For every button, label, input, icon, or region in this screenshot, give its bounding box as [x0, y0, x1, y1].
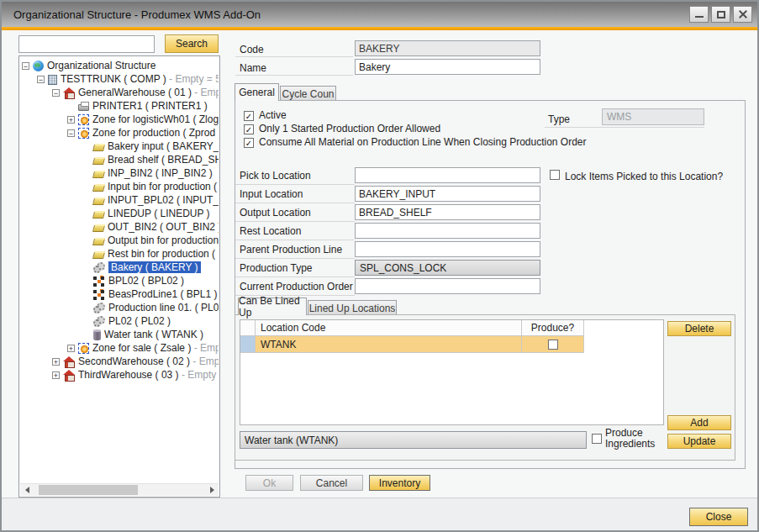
- expander-icon[interactable]: −: [22, 62, 29, 70]
- rest-location-field[interactable]: [355, 223, 540, 239]
- output-location-field[interactable]: [355, 204, 540, 220]
- expander-icon[interactable]: +: [52, 371, 60, 379]
- expander-spacer: [82, 318, 90, 325]
- location-code-cell[interactable]: WTANK: [256, 336, 522, 353]
- lock-items-label: Lock Items Picked to this Location?: [565, 171, 723, 182]
- tree-item[interactable]: +SecondWarehouse ( 02 ) - Empty: [20, 355, 219, 368]
- scroll-left-arrow-icon[interactable]: [20, 484, 34, 496]
- inventory-button[interactable]: Inventory: [369, 475, 430, 491]
- tree-item[interactable]: +ThirdWarehouse ( 03 ) - Empty = 5: [20, 368, 219, 382]
- tree-item[interactable]: Bakery input ( BAKERY_IN: [20, 140, 219, 153]
- tree-item[interactable]: Bread shelf ( BREAD_SHE: [20, 153, 219, 166]
- tree-item[interactable]: +Zone for logisticWh01 ( Zlogist: [20, 113, 219, 126]
- tree-item[interactable]: Output bin for production (: [20, 234, 219, 247]
- divider: [235, 258, 355, 259]
- zone-icon: [78, 114, 89, 125]
- tree-item[interactable]: INPUT_BPL02 ( INPUT_B: [20, 193, 219, 207]
- row-selector-cell[interactable]: [240, 336, 256, 353]
- ok-button[interactable]: Ok: [245, 475, 293, 491]
- tab-can-be-lined-up[interactable]: Can Be Lined Up: [238, 298, 307, 315]
- scroll-right-arrow-icon[interactable]: [205, 484, 219, 496]
- expander-icon[interactable]: −: [52, 89, 60, 97]
- tab-general[interactable]: General: [235, 83, 279, 101]
- production-type-combo[interactable]: SPL_CONS_LOCK: [355, 260, 540, 276]
- tree-item[interactable]: −Zone for production ( Zprod ): [20, 126, 219, 140]
- tree-items: −Organizational Structure−TESTTRUNK ( CO…: [20, 59, 219, 482]
- tab-lined-up-locations[interactable]: Lined Up Locations: [308, 300, 397, 315]
- expander-spacer: [82, 331, 90, 339]
- bin-icon: [92, 239, 105, 245]
- checkbox[interactable]: [244, 124, 254, 134]
- minimize-button[interactable]: [689, 6, 709, 23]
- window-title: Organizational Structure - Produmex WMS …: [13, 8, 261, 21]
- minimize-icon: [695, 16, 704, 18]
- tree-item[interactable]: Rest bin for production ( R: [20, 247, 219, 261]
- input-location-field[interactable]: [355, 186, 540, 202]
- tree-item[interactable]: PRINTER1 ( PRINTER1 ): [20, 99, 219, 113]
- scrollbar-thumb[interactable]: [39, 485, 138, 495]
- tree-item[interactable]: PL02 ( PL02 ): [20, 314, 219, 328]
- tree-item[interactable]: Input bin for production ( IN: [20, 180, 219, 193]
- tree-item-suffix: - Empty: [191, 342, 219, 354]
- tree-horizontal-scrollbar[interactable]: [20, 483, 219, 496]
- tank-icon: [93, 330, 101, 340]
- close-button[interactable]: Close: [689, 508, 748, 526]
- close-window-button[interactable]: [733, 6, 752, 23]
- tab-cycle-count[interactable]: Cycle Coun: [280, 86, 336, 101]
- produce-checkbox[interactable]: [548, 340, 558, 350]
- grid-column-header: Location Code: [256, 320, 522, 336]
- tree-item[interactable]: −Organizational Structure: [20, 59, 219, 72]
- table-row[interactable]: WTANK: [240, 336, 663, 353]
- printer-icon: [78, 104, 89, 111]
- bin-icon: [92, 225, 105, 232]
- tree-item[interactable]: BeasProdLine1 ( BPL1 ): [20, 287, 219, 301]
- maximize-button[interactable]: [711, 6, 730, 23]
- tree-item[interactable]: +Zone for sale ( Zsale ) - Empty: [20, 341, 219, 355]
- divider: [545, 127, 704, 128]
- expander-icon[interactable]: +: [67, 116, 75, 124]
- name-field[interactable]: [355, 59, 540, 75]
- tree-item-label: PRINTER1 ( PRINTER1 ): [92, 100, 208, 112]
- zone-icon: [78, 128, 89, 139]
- add-button[interactable]: Add: [667, 415, 731, 430]
- grid-header-row: Location CodeProduce?: [240, 320, 663, 336]
- expander-spacer: [82, 197, 90, 204]
- delete-button[interactable]: Delete: [667, 321, 731, 336]
- expander-spacer: [82, 224, 90, 231]
- tree-item[interactable]: INP_BIN2 ( INP_BIN2 ): [20, 166, 219, 180]
- lock-items-checkbox[interactable]: [550, 170, 560, 180]
- checkbox[interactable]: [244, 111, 254, 121]
- pick-to-location-field[interactable]: [355, 167, 540, 183]
- tree-item[interactable]: Water tank ( WTANK ): [20, 328, 219, 341]
- search-button[interactable]: Search: [165, 34, 219, 53]
- expander-icon[interactable]: −: [67, 129, 75, 137]
- divider: [235, 75, 353, 76]
- bin-icon: [92, 145, 105, 151]
- parent-production-line-field[interactable]: [355, 241, 540, 257]
- tree-item-label: Bakery input ( BAKERY_IN: [108, 140, 219, 152]
- expander-spacer: [82, 156, 90, 164]
- search-input[interactable]: [18, 35, 155, 53]
- checkbox[interactable]: [244, 138, 254, 148]
- tree-item[interactable]: Production line 01. ( PL01: [20, 301, 219, 314]
- update-button[interactable]: Update: [667, 434, 731, 449]
- maximize-icon: [717, 11, 725, 18]
- tree-item[interactable]: OUT_BIN2 ( OUT_BIN2 ): [20, 220, 219, 234]
- checkbox-row: Only 1 Started Production Order Allowed: [244, 123, 587, 136]
- expander-icon[interactable]: −: [37, 76, 45, 83]
- expander-icon[interactable]: +: [67, 345, 75, 352]
- tree-item[interactable]: LINEDUP ( LINEDUP ): [20, 207, 219, 220]
- tree-item[interactable]: −TESTTRUNK ( COMP ) - Empty = 51/: [20, 72, 219, 86]
- bin-icon: [92, 158, 105, 165]
- produce-ingredients-checkbox[interactable]: [592, 434, 602, 444]
- gears-icon: [93, 262, 105, 273]
- tree-item[interactable]: −GeneralWarehouse ( 01 ) - Empty: [20, 86, 219, 99]
- tree-item-label: Rest bin for production ( R: [108, 248, 219, 260]
- location-combo[interactable]: Water tank (WTANK): [240, 431, 587, 449]
- current-production-order-field[interactable]: [355, 278, 540, 294]
- tree-item[interactable]: BPL02 ( BPL02 ): [20, 274, 219, 287]
- tree-item[interactable]: Bakery ( BAKERY ): [20, 261, 219, 274]
- title-bar[interactable]: Organizational Structure - Produmex WMS …: [2, 2, 757, 27]
- cancel-button[interactable]: Cancel: [300, 475, 363, 491]
- expander-icon[interactable]: +: [52, 358, 60, 366]
